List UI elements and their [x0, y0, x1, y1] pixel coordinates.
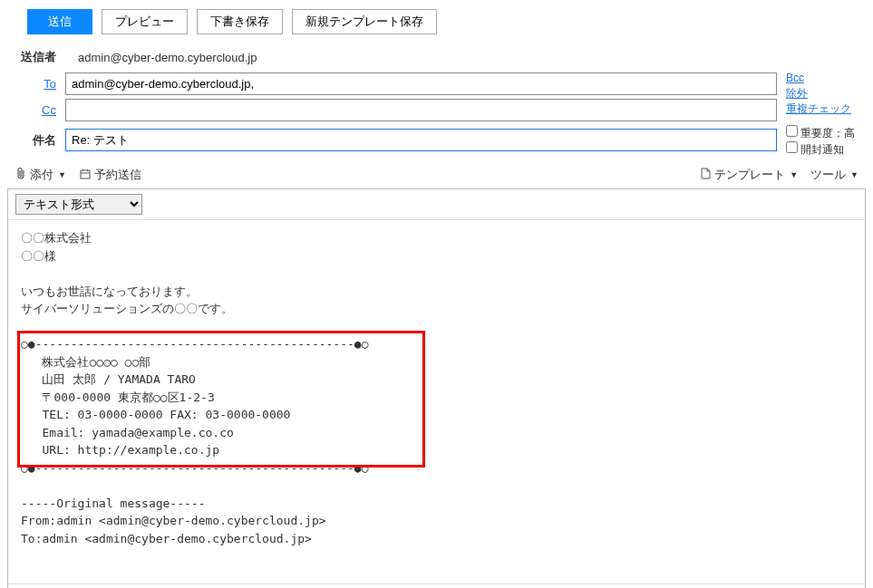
- template-menu[interactable]: テンプレート ▼: [699, 167, 798, 183]
- cc-input[interactable]: [65, 99, 777, 121]
- svg-rect-0: [81, 170, 90, 178]
- sender-value: admin@cyber-demo.cybercloud.jp: [65, 51, 257, 64]
- subject-input[interactable]: [65, 129, 777, 151]
- template-save-button[interactable]: 新規テンプレート保存: [292, 9, 437, 34]
- body-post-text: -----Original message----- From:admin <a…: [21, 496, 326, 545]
- send-button[interactable]: 送信: [27, 9, 92, 34]
- side-links: Bcc 除外 重複チェック: [777, 69, 858, 116]
- format-select[interactable]: テキスト形式: [15, 194, 142, 215]
- calendar-icon: [79, 169, 92, 182]
- tool-menu[interactable]: ツール ▼: [810, 167, 858, 183]
- to-link[interactable]: To: [44, 77, 56, 91]
- to-input[interactable]: [65, 72, 777, 95]
- chevron-down-icon: ▼: [790, 170, 798, 179]
- header-fields: 送信者 admin@cyber-demo.cybercloud.jp To Cc…: [0, 40, 873, 163]
- editor: テキスト形式 〇〇株式会社 〇〇様 いつもお世話になっております。 サイバーソリ…: [7, 188, 866, 588]
- side-checks: 重要度：高 開封通知: [777, 125, 858, 158]
- top-toolbar: 送信 プレビュー 下書き保存 新規テンプレート保存: [0, 0, 873, 40]
- schedule-button[interactable]: 予約送信: [79, 167, 141, 183]
- body-signature-text: ○●--------------------------------------…: [21, 337, 369, 475]
- priority-check[interactable]: 重要度：高: [786, 125, 858, 141]
- format-bar: テキスト形式: [8, 189, 865, 220]
- bottom-bar: 署名なし: [8, 583, 865, 588]
- sub-toolbar: 添付 ▼ 予約送信 テンプレート ▼ ツール ▼: [0, 163, 873, 188]
- bcc-link[interactable]: Bcc: [786, 71, 858, 86]
- sender-label: 送信者: [15, 49, 56, 65]
- preview-button[interactable]: プレビュー: [102, 9, 188, 34]
- cc-link[interactable]: Cc: [42, 103, 56, 117]
- attach-button[interactable]: 添付 ▼: [15, 167, 66, 183]
- chevron-down-icon: ▼: [58, 170, 66, 179]
- body-textarea[interactable]: 〇〇株式会社 〇〇様 いつもお世話になっております。 サイバーソリューションズの…: [8, 220, 865, 583]
- body-pre-text: 〇〇株式会社 〇〇様 いつもお世話になっております。 サイバーソリューションズの…: [21, 231, 233, 315]
- paperclip-icon: [15, 168, 27, 183]
- receipt-check[interactable]: 開封通知: [786, 141, 858, 158]
- dupcheck-link[interactable]: 重複チェック: [786, 101, 858, 117]
- exclude-link[interactable]: 除外: [786, 86, 858, 101]
- subject-label: 件名: [15, 132, 56, 149]
- draft-save-button[interactable]: 下書き保存: [197, 9, 283, 34]
- chevron-down-icon: ▼: [850, 170, 858, 179]
- document-icon: [699, 168, 712, 182]
